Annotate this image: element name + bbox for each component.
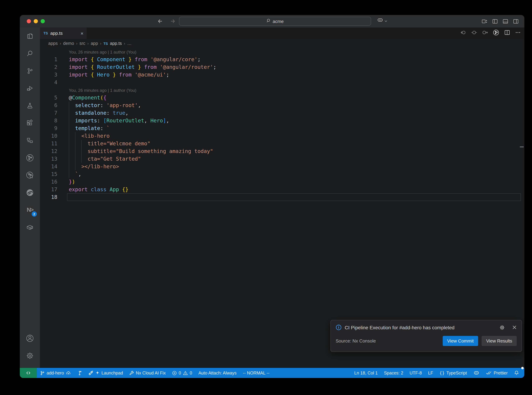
encoding-status[interactable]: UTF-8 bbox=[406, 368, 425, 378]
notification-dot-badge bbox=[521, 367, 524, 369]
hierarchy-icon[interactable] bbox=[20, 132, 40, 149]
breadcrumb-item[interactable]: app bbox=[91, 41, 98, 46]
code-line[interactable]: 5@Component({ bbox=[40, 94, 524, 102]
source-control-icon[interactable] bbox=[20, 62, 40, 80]
eol-status[interactable]: LF bbox=[425, 368, 436, 378]
code-line[interactable]: 11 title="Welcmoe demo" bbox=[40, 140, 524, 148]
account-icon[interactable] bbox=[20, 330, 40, 347]
explorer-icon[interactable] bbox=[20, 27, 40, 45]
navigate-back-icon[interactable] bbox=[157, 18, 163, 24]
pipeline-status-icon[interactable] bbox=[74, 368, 85, 378]
remote-indicator[interactable] bbox=[20, 368, 37, 378]
nx-cloud-fix-label: Nx Cloud AI Fix bbox=[136, 370, 166, 375]
line-number: 16 bbox=[40, 178, 57, 186]
close-window-button[interactable] bbox=[27, 19, 31, 23]
problems-status[interactable]: 0 0 bbox=[169, 368, 195, 378]
launchpad-status[interactable]: Launchpad bbox=[85, 368, 126, 378]
code-line[interactable]: 1import { Component } from '@angular/cor… bbox=[40, 56, 524, 63]
more-actions-icon[interactable] bbox=[515, 30, 521, 37]
nav-forward-circle-icon[interactable] bbox=[482, 30, 488, 37]
vscode-window: acme bbox=[20, 15, 524, 378]
code-line[interactable]: 9 template: ` bbox=[40, 125, 524, 132]
nx-console-icon[interactable]: N> 2 bbox=[20, 201, 40, 219]
nav-back-circle-icon[interactable] bbox=[460, 30, 466, 37]
nx-cloud-fix-status[interactable]: Nx Cloud AI Fix bbox=[126, 368, 169, 378]
code-line[interactable]: 14 ></lib-hero> bbox=[40, 163, 524, 170]
cursor-position-status[interactable]: Ln 18, Col 1 bbox=[351, 368, 381, 378]
code-text: standalone: true, bbox=[69, 109, 128, 117]
breadcrumb-item[interactable]: app.ts bbox=[110, 41, 122, 46]
indentation-status[interactable]: Spaces: 2 bbox=[381, 368, 406, 378]
settings-gear-icon[interactable] bbox=[20, 347, 40, 364]
breadcrumb-item[interactable]: apps bbox=[48, 41, 58, 46]
zoom-window-button[interactable] bbox=[41, 19, 45, 23]
rocket-icon bbox=[88, 370, 93, 376]
code-text: }) bbox=[69, 178, 75, 186]
status-bar: add-hero Launchpad Nx Cloud AI Fix 0 0 bbox=[20, 368, 524, 378]
line-number: 18 bbox=[40, 193, 57, 201]
copilot-status[interactable] bbox=[470, 368, 483, 378]
code-line[interactable]: 15 `, bbox=[40, 170, 524, 178]
view-commit-button[interactable]: View Commit bbox=[443, 336, 478, 346]
swirl-extension-icon[interactable] bbox=[20, 184, 40, 201]
code-line[interactable]: 7 standalone: true, bbox=[40, 109, 524, 117]
toggle-secondary-sidebar-icon[interactable] bbox=[513, 18, 519, 24]
search-icon bbox=[266, 18, 271, 24]
tab-close-icon[interactable]: × bbox=[81, 30, 83, 36]
tab-label: app.ts bbox=[50, 31, 78, 36]
notifications-bell[interactable] bbox=[511, 368, 522, 378]
window-controls[interactable] bbox=[27, 19, 45, 23]
auto-attach-status[interactable]: Auto Attach: Always bbox=[195, 368, 240, 378]
code-line[interactable]: 4 bbox=[40, 79, 524, 86]
code-line[interactable]: 12 subtitle="Build something amazing tod… bbox=[40, 148, 524, 155]
customize-layout-icon[interactable] bbox=[482, 18, 488, 24]
vim-mode-status[interactable]: -- NORMAL -- bbox=[240, 368, 273, 378]
current-line-highlight bbox=[67, 193, 521, 201]
formatter-status[interactable]: Prettier bbox=[483, 368, 511, 378]
navigate-forward-icon[interactable] bbox=[170, 18, 176, 24]
code-line[interactable]: 6 selector: 'app-root', bbox=[40, 102, 524, 109]
minimize-window-button[interactable] bbox=[34, 19, 38, 23]
testing-icon[interactable] bbox=[20, 97, 40, 114]
notification-close-icon[interactable] bbox=[512, 325, 517, 330]
chevron-right-icon: › bbox=[60, 41, 61, 46]
blame-annotation[interactable]: You, 26 minutes ago | 1 author (You) bbox=[40, 48, 524, 56]
copilot-icon bbox=[377, 17, 383, 24]
line-number: 8 bbox=[40, 117, 57, 125]
git-branch-status[interactable]: add-hero bbox=[37, 368, 74, 378]
code-text: import { RouterOutlet } from '@angular/r… bbox=[69, 63, 216, 71]
nx-graph-icon[interactable] bbox=[20, 149, 40, 167]
search-sidebar-icon[interactable] bbox=[20, 45, 40, 62]
language-mode-status[interactable]: {} TypeScript bbox=[436, 368, 470, 378]
code-text: cta="Get Started" bbox=[69, 155, 141, 163]
code-line[interactable]: 10 <lib-hero bbox=[40, 132, 524, 140]
breadcrumb-item[interactable]: src bbox=[79, 41, 85, 46]
breadcrumb-item[interactable]: demo bbox=[63, 41, 74, 46]
breadcrumb-ellipsis[interactable]: … bbox=[127, 41, 132, 46]
run-debug-icon[interactable] bbox=[20, 80, 40, 97]
command-center-search[interactable]: acme bbox=[179, 17, 371, 26]
code-line[interactable]: 2import { RouterOutlet } from '@angular/… bbox=[40, 63, 524, 71]
notification-settings-gear-icon[interactable] bbox=[499, 325, 505, 330]
blame-annotation[interactable]: You, 26 minutes ago | 1 author (You) bbox=[40, 86, 524, 94]
nav-current-circle-icon[interactable] bbox=[471, 30, 477, 37]
code-line[interactable]: 8 imports: [RouterOutlet, Hero], bbox=[40, 117, 524, 125]
split-editor-icon[interactable] bbox=[504, 30, 510, 37]
view-results-button[interactable]: View Results bbox=[482, 336, 517, 346]
typescript-file-icon: TS bbox=[43, 31, 48, 35]
tab-app-ts[interactable]: TS app.ts × bbox=[40, 27, 87, 39]
code-line[interactable]: 16}) bbox=[40, 178, 524, 186]
copilot-menu[interactable] bbox=[377, 17, 387, 24]
toggle-panel-icon[interactable] bbox=[502, 18, 508, 24]
line-number: 17 bbox=[40, 186, 57, 193]
code-text: export class App {} bbox=[69, 186, 128, 193]
toggle-primary-sidebar-icon[interactable] bbox=[492, 18, 498, 24]
warning-icon bbox=[183, 370, 188, 375]
extensions-icon[interactable] bbox=[20, 114, 40, 132]
package-icon[interactable] bbox=[20, 219, 40, 236]
code-line[interactable]: 3import { Hero } from '@acme/ui'; bbox=[40, 71, 524, 79]
nx-graph-search-icon[interactable] bbox=[20, 167, 40, 184]
nx-graph-action-icon[interactable] bbox=[493, 29, 499, 37]
code-line[interactable]: 13 cta="Get Started" bbox=[40, 155, 524, 163]
code-line[interactable]: 17export class App {} bbox=[40, 186, 524, 193]
